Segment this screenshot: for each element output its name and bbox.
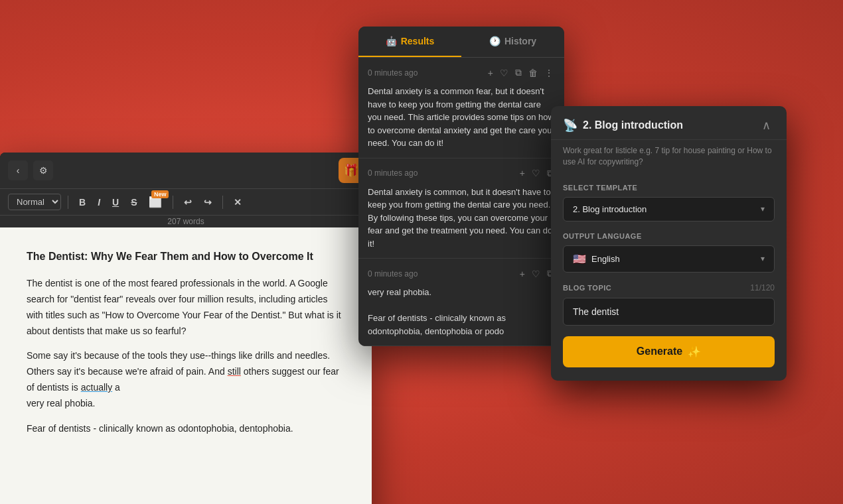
generate-icon: ✨ (688, 346, 701, 358)
italic-button[interactable]: I (94, 194, 104, 210)
results-tab-label: Results (401, 36, 435, 46)
history-tab-label: History (504, 36, 536, 46)
word-still: still (228, 366, 241, 377)
result-item: 0 minutes ago + ♡ ⧉ very real phobia.Fea… (358, 259, 564, 346)
blog-panel-title: 📡 2. Blog introduction (563, 118, 683, 133)
flag-icon: 🇺🇸 (573, 253, 586, 265)
tab-history[interactable]: 🕐 History (461, 27, 564, 57)
result-text: Dental anxiety is a common fear, but it … (368, 85, 555, 150)
result-text: very real phobia.Fear of dentists - clin… (368, 286, 555, 338)
word-count: 207 words (0, 216, 372, 227)
content-paragraph-2: Some say it's because of the tools they … (27, 348, 345, 411)
select-template-label: SELECT TEMPLATE (563, 184, 775, 192)
add-button[interactable]: + (518, 267, 526, 281)
more-button[interactable]: ⋮ (543, 66, 555, 80)
copy-button[interactable]: ⧉ (514, 66, 523, 80)
favorite-button[interactable]: ♡ (530, 166, 542, 180)
result-time: 0 minutes ago (368, 168, 418, 178)
language-field: 🇺🇸 English (573, 253, 620, 265)
favorite-button[interactable]: ♡ (498, 66, 510, 80)
chevron-down-icon: ▾ (761, 204, 765, 214)
collapse-button[interactable]: ∧ (758, 117, 775, 134)
blog-panel-description: Work great for listicle e.g. 7 tip for h… (551, 140, 787, 176)
settings-button[interactable]: ⚙ (33, 160, 53, 180)
blog-icon: 📡 (563, 118, 577, 133)
result-item-header: 0 minutes ago + ♡ ⧉ (368, 166, 555, 180)
blog-topic-label: BLOG TOPIC (563, 284, 611, 292)
blog-topic-input[interactable] (563, 298, 775, 326)
editor-content[interactable]: The Dentist: Why We Fear Them and How to… (0, 227, 372, 504)
add-button[interactable]: + (518, 166, 526, 180)
select-template-field[interactable]: 2. Blog introduction ▾ (563, 197, 775, 221)
chevron-down-icon: ▾ (761, 254, 765, 263)
template-button[interactable]: ⬜ New (145, 193, 166, 211)
results-panel: 🤖 Results 🕐 History 0 minutes ago + ♡ ⧉ … (358, 27, 564, 346)
history-icon: 🕐 (489, 36, 500, 46)
result-time: 0 minutes ago (368, 269, 418, 279)
blog-intro-panel: 📡 2. Blog introduction ∧ Work great for … (551, 106, 787, 381)
generate-label: Generate (637, 346, 682, 357)
add-button[interactable]: + (487, 66, 495, 80)
result-item: 0 minutes ago + ♡ ⧉ 🗑 ⋮ Dental anxiety i… (358, 58, 564, 158)
result-actions: + ♡ ⧉ 🗑 ⋮ (487, 66, 555, 80)
template-button-wrapper: ⬜ New (145, 193, 166, 211)
blog-topic-header: BLOG TOPIC 11/120 (563, 283, 775, 292)
blog-panel-header: 📡 2. Blog introduction ∧ (551, 106, 787, 140)
select-template-value: 2. Blog introduction (573, 204, 647, 214)
delete-button[interactable]: 🗑 (527, 66, 539, 80)
nav-back-button[interactable]: ‹ (8, 160, 28, 180)
result-time: 0 minutes ago (368, 68, 418, 78)
result-item-header: 0 minutes ago + ♡ ⧉ (368, 267, 555, 281)
clear-format-button[interactable]: ✕ (230, 194, 246, 210)
blog-title-text: 2. Blog introduction (583, 119, 683, 131)
blog-panel-body: SELECT TEMPLATE 2. Blog introduction ▾ O… (551, 176, 787, 381)
strikethrough-button[interactable]: S (127, 194, 141, 210)
toolbar-separator-1 (68, 196, 68, 209)
new-badge: New (151, 190, 169, 198)
result-item: 0 minutes ago + ♡ ⧉ Dental anxiety is co… (358, 158, 564, 259)
tab-results[interactable]: 🤖 Results (358, 27, 461, 57)
toolbar-separator-2 (173, 196, 173, 209)
favorite-button[interactable]: ♡ (530, 267, 542, 281)
word-actually: actually (81, 382, 112, 393)
result-actions: + ♡ ⧉ (518, 166, 555, 180)
results-icon: 🤖 (386, 36, 397, 46)
output-language-label: OUTPUT LANGUAGE (563, 232, 775, 240)
redo-button[interactable]: ↪ (200, 194, 216, 210)
language-value: English (591, 254, 620, 264)
result-text: Dental anxiety is common, but it doesn't… (368, 186, 555, 251)
topic-count: 11/120 (750, 283, 775, 292)
editor-panel: ‹ ⚙ 🎁 Normal B I U S ⬜ New ↩ ↪ ✕ 207 wor… (0, 153, 372, 504)
result-actions: + ♡ ⧉ (518, 267, 555, 281)
toolbar-separator-3 (222, 196, 223, 209)
result-item-header: 0 minutes ago + ♡ ⧉ 🗑 ⋮ (368, 66, 555, 80)
bold-button[interactable]: B (75, 194, 90, 210)
underline-button[interactable]: U (108, 194, 123, 210)
results-tabs: 🤖 Results 🕐 History (358, 27, 564, 58)
undo-button[interactable]: ↩ (180, 194, 196, 210)
style-select[interactable]: Normal (8, 194, 61, 210)
content-heading: The Dentist: Why We Fear Them and How to… (27, 247, 345, 265)
results-body: 0 minutes ago + ♡ ⧉ 🗑 ⋮ Dental anxiety i… (358, 58, 564, 346)
content-paragraph-1: The dentist is one of the most feared pr… (27, 276, 345, 339)
output-language-field[interactable]: 🇺🇸 English ▾ (563, 245, 775, 273)
content-paragraph-3: Fear of dentists - clinically known as o… (27, 421, 345, 437)
generate-button[interactable]: Generate ✨ (563, 336, 775, 367)
